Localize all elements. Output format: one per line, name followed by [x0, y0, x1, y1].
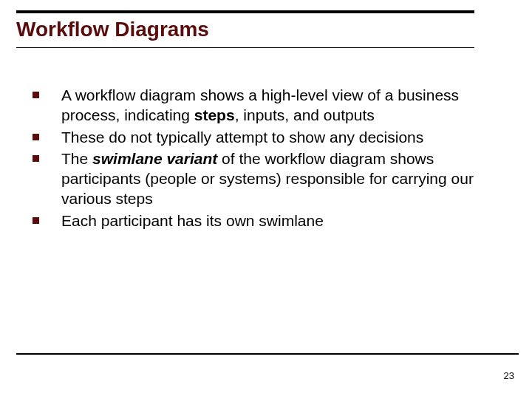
bullet-list: A workflow diagram shows a high-level vi… [30, 85, 489, 231]
title-area: Workflow Diagrams [16, 10, 474, 48]
square-bullet-icon [33, 155, 39, 162]
bullet-text: A workflow diagram shows a high-level vi… [61, 85, 489, 126]
square-bullet-icon [33, 92, 39, 98]
square-bullet-icon [33, 134, 39, 140]
content-area: A workflow diagram shows a high-level vi… [16, 48, 519, 231]
bullet-text: These do not typically attempt to show a… [61, 127, 423, 147]
bullet-text: The swimlane variant of the workflow dia… [61, 149, 489, 209]
slide-title: Workflow Diagrams [16, 18, 474, 41]
list-item: Each participant has its own swimlane [30, 211, 489, 231]
bullet-text: Each participant has its own swimlane [61, 211, 324, 231]
square-bullet-icon [33, 217, 39, 224]
bottom-rule [16, 353, 519, 355]
page-number: 23 [504, 370, 514, 381]
list-item: The swimlane variant of the workflow dia… [30, 149, 489, 209]
list-item: These do not typically attempt to show a… [30, 127, 489, 147]
list-item: A workflow diagram shows a high-level vi… [30, 85, 489, 126]
